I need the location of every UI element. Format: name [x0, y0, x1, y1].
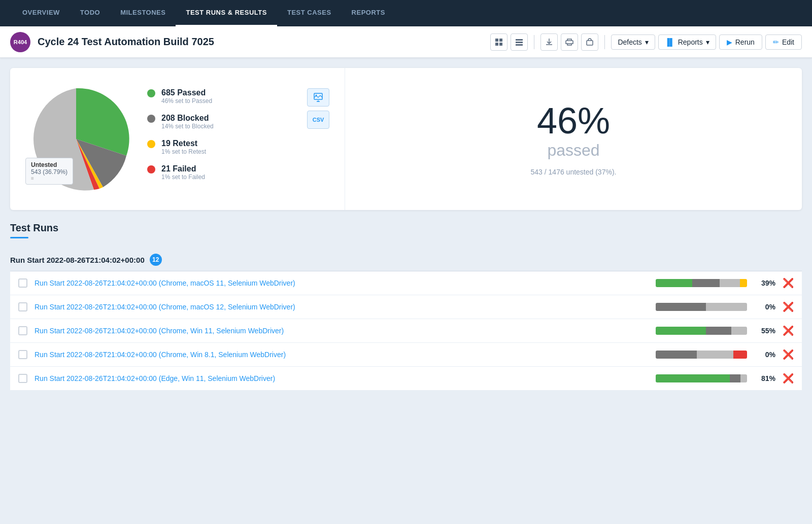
run-item: Run Start 2022-08-26T21:04:02+00:00 (Chr… [10, 295, 802, 319]
edit-label: Edit [782, 38, 794, 46]
run-percent: 39% [754, 279, 775, 287]
blocked-dot [147, 115, 155, 123]
progress-segment-gray-dark [656, 351, 697, 359]
run-percent: 0% [754, 303, 775, 311]
image-download-button[interactable] [307, 88, 329, 107]
delete-run-button[interactable]: ❌ [783, 326, 794, 335]
retest-count-label: 19 Retest [161, 139, 206, 148]
run-items-list: Run Start 2022-08-26T21:04:02+00:00 (Chr… [10, 271, 802, 391]
defects-chevron-icon: ▾ [645, 38, 649, 46]
rerun-button[interactable]: ▶ Rerun [719, 34, 762, 50]
print-button[interactable] [561, 33, 578, 51]
section-underline [10, 237, 28, 238]
run-group-header: Run Start 2022-08-26T21:04:02+00:00 12 [10, 249, 802, 271]
run-item: Run Start 2022-08-26T21:04:02+00:00 (Chr… [10, 319, 802, 343]
legend-section: 685 Passed 46% set to Passed 208 Blocked… [147, 88, 292, 190]
untested-text: 543 / 1476 untested (37%). [531, 168, 617, 176]
run-checkbox[interactable] [18, 374, 27, 383]
progress-bar [656, 327, 747, 335]
edit-button[interactable]: ✏ Edit [765, 34, 802, 50]
edit-pencil-icon: ✏ [773, 38, 779, 46]
share-button[interactable] [581, 33, 598, 51]
run-checkbox[interactable] [18, 326, 27, 335]
header-bar: R404 Cycle 24 Test Automation Build 7025 [0, 26, 812, 58]
failed-sub: 1% set to Failed [161, 173, 205, 181]
csv-download-button[interactable]: CSV [307, 111, 329, 129]
nav-todo[interactable]: TODO [70, 0, 110, 26]
svg-rect-6 [516, 44, 523, 46]
legend-blocked: 208 Blocked 14% set to Blocked [147, 114, 292, 130]
run-label[interactable]: Run Start 2022-08-26T21:04:02+00:00 (Chr… [35, 279, 649, 287]
nav-test-runs[interactable]: TEST RUNS & RESULTS [176, 0, 277, 26]
page-title: Cycle 24 Test Automation Build 7025 [38, 36, 490, 48]
grid-view-button[interactable] [490, 33, 507, 51]
legend-passed: 685 Passed 46% set to Passed [147, 88, 292, 104]
nav-reports[interactable]: REPORTS [342, 0, 395, 26]
reports-chevron-icon: ▾ [706, 38, 709, 46]
failed-count-label: 21 Failed [161, 164, 205, 173]
run-label[interactable]: Run Start 2022-08-26T21:04:02+00:00 (Edg… [35, 374, 649, 382]
csv-label: CSV [313, 117, 324, 123]
percent-section: 46% passed 543 / 1476 untested (37%). [345, 68, 802, 210]
progress-bar [656, 279, 747, 287]
progress-segment-gray-dark [692, 279, 720, 287]
export-button[interactable] [540, 33, 558, 51]
list-view-button[interactable] [511, 33, 528, 51]
reports-dropdown[interactable]: ▐▌ Reports ▾ [658, 34, 716, 50]
nav-test-cases[interactable]: TEST CASES [277, 0, 342, 26]
run-count-badge: 12 [150, 254, 162, 266]
test-runs-title: Test Runs [10, 222, 802, 234]
passed-label: passed [547, 141, 599, 160]
run-item: Run Start 2022-08-26T21:04:02+00:00 (Edg… [10, 367, 802, 391]
defects-dropdown[interactable]: Defects ▾ [611, 34, 655, 50]
rerun-play-icon: ▶ [727, 38, 732, 46]
test-runs-section: Test Runs Run Start 2022-08-26T21:04:02+… [10, 222, 802, 391]
run-label[interactable]: Run Start 2022-08-26T21:04:02+00:00 (Chr… [35, 351, 649, 359]
progress-segment-gray-light [706, 303, 747, 311]
failed-dot [147, 165, 155, 173]
progress-segment-green [656, 327, 706, 335]
progress-segment-green [656, 279, 692, 287]
progress-segment-green [656, 374, 730, 382]
progress-segment-gray-light [740, 374, 747, 382]
stats-row: Untested 543 (36.79%) ≡ 685 Passed 46% s… [10, 68, 802, 210]
run-percent: 81% [754, 374, 775, 382]
run-checkbox[interactable] [18, 302, 27, 311]
svg-rect-1 [499, 39, 502, 42]
retest-dot [147, 140, 155, 148]
progress-segment-gray-light [720, 279, 740, 287]
run-item: Run Start 2022-08-26T21:04:02+00:00 (Chr… [10, 271, 802, 295]
progress-segment-gray-light [697, 351, 733, 359]
run-badge: R404 [10, 32, 30, 52]
delete-run-button[interactable]: ❌ [783, 278, 794, 288]
progress-segment-red [733, 351, 747, 359]
defects-label: Defects [618, 38, 641, 46]
svg-rect-3 [499, 43, 502, 46]
passed-count-label: 685 Passed [161, 88, 212, 97]
run-label[interactable]: Run Start 2022-08-26T21:04:02+00:00 (Chr… [35, 303, 649, 311]
divider2 [604, 35, 605, 49]
big-percent: 46% [537, 102, 610, 139]
run-percent: 55% [754, 327, 775, 335]
legend-retest: 19 Retest 1% set to Retest [147, 139, 292, 155]
progress-segment-gray-dark [706, 327, 731, 335]
blocked-sub: 14% set to Blocked [161, 123, 214, 130]
run-checkbox[interactable] [18, 278, 27, 288]
progress-bar [656, 303, 747, 311]
run-item: Run Start 2022-08-26T21:04:02+00:00 (Chr… [10, 343, 802, 367]
delete-run-button[interactable]: ❌ [783, 302, 794, 311]
divider [534, 35, 534, 49]
nav-milestones[interactable]: MILESTONES [110, 0, 176, 26]
run-checkbox[interactable] [18, 350, 27, 359]
run-percent: 0% [754, 351, 775, 359]
pie-chart: Untested 543 (36.79%) ≡ [20, 83, 132, 195]
delete-run-button[interactable]: ❌ [783, 350, 794, 359]
run-label[interactable]: Run Start 2022-08-26T21:04:02+00:00 (Chr… [35, 327, 649, 335]
svg-rect-5 [516, 42, 523, 43]
nav-overview[interactable]: OVERVIEW [12, 0, 70, 26]
progress-segment-gray-light [731, 327, 747, 335]
chart-section: Untested 543 (36.79%) ≡ 685 Passed 46% s… [10, 68, 345, 210]
svg-rect-7 [587, 41, 593, 45]
delete-run-button[interactable]: ❌ [783, 374, 794, 383]
svg-rect-0 [495, 39, 498, 42]
